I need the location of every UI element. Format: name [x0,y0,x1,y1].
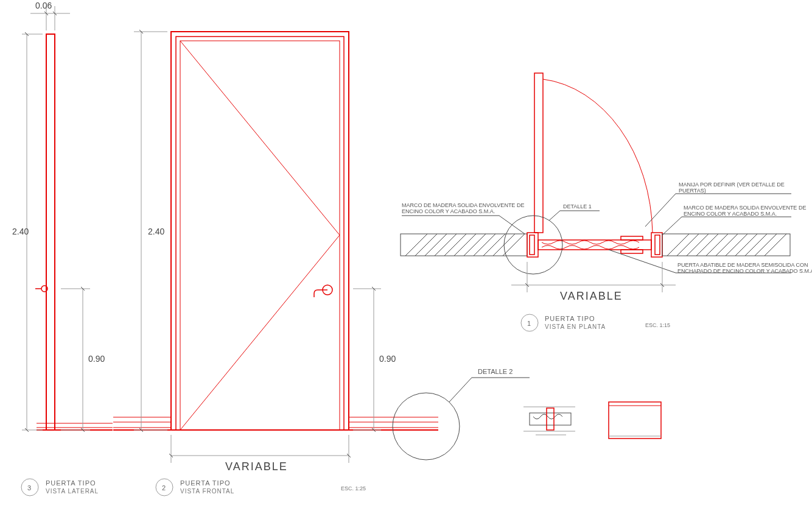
dim-height-frontal: 2.40 [148,227,164,236]
title1-l2: VISTA EN PLANTA [545,323,606,330]
svg-rect-65 [527,233,538,257]
svg-line-79 [726,234,747,256]
detail-small-1 [523,407,575,435]
svg-point-85 [504,216,562,274]
anno-marco-right-l1: MARCO DE MADERA SOLIDA ENVOLVENTE DE [684,205,806,211]
svg-rect-17 [176,37,344,430]
svg-point-50 [393,393,460,460]
dim-width-plan: VARIABLE [560,290,623,302]
anno-manija-l2: PUERTAS) [679,188,706,194]
title2-num: 2 [162,484,166,492]
svg-line-59 [454,234,476,256]
svg-line-73 [667,234,689,256]
svg-rect-16 [171,32,349,430]
svg-rect-53 [401,234,527,256]
svg-line-75 [687,234,709,256]
svg-line-81 [745,234,767,256]
title1-num: 1 [527,320,531,327]
svg-rect-84 [534,73,543,233]
svg-line-64 [503,234,525,256]
svg-line-90 [645,194,676,227]
svg-rect-72 [662,234,790,256]
svg-rect-71 [655,235,660,255]
svg-line-55 [415,234,437,256]
svg-line-82 [755,234,777,256]
title2-l2: VISTA FRONTAL [180,488,234,495]
svg-line-92 [662,217,682,235]
svg-rect-68 [621,236,643,240]
title1-l1: PUERTA TIPO [545,315,595,322]
svg-rect-18 [180,41,340,430]
svg-line-61 [474,234,495,256]
titleblock-1: 1 PUERTA TIPO VISTA EN PLANTA ESC. 1:15 [521,314,670,331]
svg-line-76 [696,234,718,256]
svg-rect-66 [530,235,534,255]
view-frontal: 2.40 0.90 0.90 VARIABLE DETALLE 2 [61,30,530,473]
svg-line-20 [180,235,340,430]
svg-rect-106 [609,402,661,439]
dim-width-frontal: VARIABLE [225,460,288,473]
svg-line-54 [405,234,427,256]
anno-manija-l1: MANIJA POR DEFINIR (VER DETALLE DE [679,181,785,188]
title2-scale: ESC. 1:25 [341,485,366,492]
svg-line-86 [549,211,560,220]
svg-line-60 [464,234,486,256]
svg-rect-69 [621,250,643,253]
title1-scale: ESC. 1:15 [645,322,670,328]
svg-rect-0 [46,34,55,430]
anno-puerta-l2: ENCHAPADO DE ENCINO COLOR Y ACABADO S.M.… [677,268,812,274]
dim-handle-lateral: 0.90 [88,354,105,364]
svg-rect-67 [538,240,651,250]
titleblock-3: 3 PUERTA TIPO VISTA LATERAL [21,479,99,496]
title2-l1: PUERTA TIPO [180,479,231,487]
title3-l1: PUERTA TIPO [46,479,96,487]
svg-line-80 [735,234,757,256]
label-detalle2: DETALLE 2 [478,368,513,375]
anno-marco-left-l2: ENCINO COLOR Y ACABADO S.M.A. [402,208,495,214]
anno-marco-right-l2: ENCINO COLOR Y ACABADO S.M.A. [684,211,777,217]
label-detalle1: DETALLE 1 [563,203,592,210]
dim-handle-frontal: 0.90 [379,354,396,364]
svg-rect-70 [651,233,662,257]
title3-l2: VISTA LATERAL [46,488,99,495]
dim-thickness: 0.06 [35,1,52,10]
svg-line-51 [449,378,472,402]
anno-puerta-l1: PUERTA ABATIBLE DE MADERA SEMISOLIDA CON [677,262,808,268]
title3-num: 3 [27,484,32,492]
svg-line-83 [765,234,786,256]
svg-line-58 [444,234,466,256]
svg-line-56 [425,234,447,256]
svg-line-74 [677,234,699,256]
svg-line-19 [180,41,340,235]
svg-line-78 [716,234,738,256]
view-lateral: 0.06 2.40 [12,1,113,432]
svg-line-57 [435,234,457,256]
svg-line-77 [706,234,728,256]
svg-line-62 [483,234,505,256]
drawing-canvas: 0.06 2.40 2.40 [0,0,812,511]
titleblock-2: 2 PUERTA TIPO VISTA FRONTAL ESC. 1:25 [156,479,366,496]
anno-marco-left-l1: MARCO DE MADERA SOLIDA ENVOLVENTE DE [402,202,524,208]
detail-small-2 [609,402,661,439]
view-plan: DETALLE 1 MARCO DE MADERA SOLIDA ENVOLVE… [401,73,812,302]
dim-height-lateral: 2.40 [12,227,29,236]
